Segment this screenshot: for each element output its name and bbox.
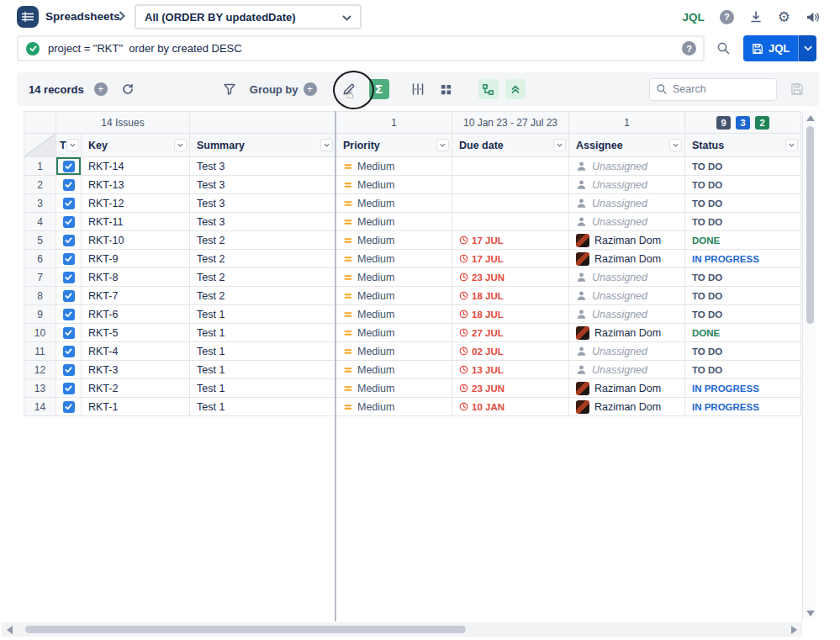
refresh-icon[interactable] (121, 82, 135, 96)
issue-key-cell[interactable]: RKT-12 (82, 194, 190, 213)
issue-key-cell[interactable]: RKT-10 (82, 231, 190, 250)
horizontal-scrollbar-thumb[interactable] (25, 626, 466, 633)
due-date-cell[interactable]: 13 JUL (452, 361, 569, 379)
status-cell[interactable]: TO DO (685, 361, 801, 379)
issue-key-cell[interactable]: RKT-11 (82, 213, 190, 231)
announcements-megaphone-icon[interactable] (806, 11, 820, 24)
row-number[interactable]: 4 (24, 213, 56, 231)
summary-cell[interactable]: Test 3 (190, 157, 336, 176)
scroll-down-arrow[interactable] (806, 611, 815, 616)
row-number[interactable]: 7 (24, 268, 56, 287)
layout-grid-icon[interactable] (436, 79, 457, 99)
filter-caret-icon[interactable] (66, 139, 79, 151)
row-number[interactable]: 3 (24, 194, 56, 213)
due-date-cell[interactable]: 18 JUL (452, 287, 569, 305)
column-header-type[interactable]: T (56, 134, 82, 157)
summary-cell[interactable]: Test 3 (190, 194, 336, 213)
assignee-cell[interactable]: Unassigned (569, 194, 685, 213)
priority-cell[interactable]: Medium (336, 194, 452, 213)
priority-cell[interactable]: Medium (336, 157, 452, 176)
due-date-cell[interactable]: 10 JAN (452, 398, 569, 416)
row-select-checkbox[interactable] (56, 194, 82, 213)
column-header-key[interactable]: Key (82, 134, 190, 157)
jql-mode-link[interactable]: JQL (682, 11, 704, 24)
assignee-cell[interactable]: Unassigned (569, 287, 685, 305)
status-cell[interactable]: IN PROGRESS (685, 250, 801, 268)
view-selector-dropdown[interactable]: All (ORDER BY updatedDate) (135, 4, 362, 29)
assignee-cell[interactable]: Unassigned (569, 157, 685, 176)
issue-key-cell[interactable]: RKT-9 (82, 250, 190, 268)
row-number[interactable]: 9 (24, 305, 56, 324)
due-date-cell[interactable]: 02 JUL (452, 342, 569, 361)
column-header-due-date[interactable]: Due date (452, 134, 569, 157)
filter-caret-icon[interactable] (320, 139, 333, 151)
jql-query-input[interactable]: project = "RKT" order by created DESC ? (17, 35, 705, 61)
scroll-up-arrow[interactable] (806, 115, 815, 121)
status-cell[interactable]: TO DO (685, 305, 801, 324)
status-cell[interactable]: TO DO (685, 268, 801, 287)
assignee-cell[interactable]: Unassigned (569, 268, 685, 287)
help-icon[interactable]: ? (720, 10, 734, 24)
query-help-icon[interactable]: ? (682, 41, 696, 56)
row-number[interactable]: 1 (24, 157, 56, 176)
column-header-assignee[interactable]: Assignee (569, 134, 685, 157)
assignee-cell[interactable]: Raziman Dom (569, 250, 685, 268)
summary-cell[interactable]: Test 3 (190, 176, 336, 194)
vertical-scrollbar[interactable] (802, 111, 816, 621)
row-number[interactable]: 11 (24, 342, 56, 361)
add-record-icon[interactable]: + (94, 82, 108, 96)
summary-cell[interactable]: Test 3 (190, 213, 336, 231)
jql-button-dropdown[interactable] (798, 35, 816, 61)
export-download-icon[interactable] (749, 10, 763, 24)
row-select-checkbox[interactable] (56, 250, 82, 268)
filter-funnel-icon[interactable] (223, 82, 236, 96)
priority-cell[interactable]: Medium (336, 305, 452, 324)
priority-cell[interactable]: Medium (336, 379, 452, 398)
status-cell[interactable]: IN PROGRESS (685, 398, 801, 416)
row-number[interactable]: 14 (24, 398, 56, 416)
assignee-cell[interactable]: Unassigned (569, 176, 685, 194)
status-cell[interactable]: TO DO (685, 194, 801, 213)
summary-cell[interactable]: Test 2 (190, 250, 336, 268)
row-select-checkbox[interactable] (56, 379, 82, 398)
due-date-cell[interactable] (452, 213, 569, 231)
filter-caret-icon[interactable] (669, 139, 682, 151)
status-cell[interactable]: DONE (685, 231, 801, 250)
column-width-icon[interactable] (408, 79, 428, 99)
row-select-checkbox[interactable] (56, 268, 82, 287)
column-header-status[interactable]: Status (685, 134, 801, 157)
assignee-cell[interactable]: Unassigned (569, 361, 685, 379)
row-number[interactable]: 10 (24, 324, 56, 342)
summary-cell[interactable]: Test 2 (190, 287, 336, 305)
filter-caret-icon[interactable] (553, 139, 566, 151)
issue-key-cell[interactable]: RKT-6 (82, 305, 190, 324)
due-date-cell[interactable] (452, 194, 569, 213)
assignee-cell[interactable]: Unassigned (569, 305, 685, 324)
horizontal-scrollbar[interactable] (2, 622, 802, 637)
priority-cell[interactable]: Medium (336, 268, 452, 287)
save-view-disabled-icon[interactable] (790, 82, 804, 96)
summary-cell[interactable]: Test 1 (190, 324, 336, 342)
row-select-checkbox[interactable] (56, 287, 82, 305)
row-select-checkbox[interactable] (56, 398, 82, 416)
row-select-checkbox[interactable] (56, 305, 82, 324)
filter-caret-icon[interactable] (174, 139, 187, 151)
row-select-checkbox[interactable] (56, 342, 82, 361)
summary-cell[interactable]: Test 1 (190, 305, 336, 324)
edit-pencil-icon[interactable] (339, 79, 359, 99)
due-date-cell[interactable]: 18 JUL (452, 305, 569, 324)
summary-cell[interactable]: Test 1 (190, 342, 336, 361)
status-cell[interactable]: TO DO (685, 213, 801, 231)
priority-cell[interactable]: Medium (336, 398, 452, 416)
row-number[interactable]: 12 (24, 361, 56, 379)
priority-cell[interactable]: Medium (336, 231, 452, 250)
select-all-corner[interactable] (24, 134, 56, 157)
status-cell[interactable]: TO DO (685, 287, 801, 305)
issue-key-cell[interactable]: RKT-2 (82, 379, 190, 398)
priority-cell[interactable]: Medium (336, 176, 452, 194)
row-number[interactable]: 5 (24, 231, 56, 250)
scroll-left-arrow[interactable] (7, 626, 13, 634)
due-date-cell[interactable] (452, 176, 569, 194)
priority-cell[interactable]: Medium (336, 213, 452, 231)
collapse-all-icon[interactable] (505, 79, 526, 99)
